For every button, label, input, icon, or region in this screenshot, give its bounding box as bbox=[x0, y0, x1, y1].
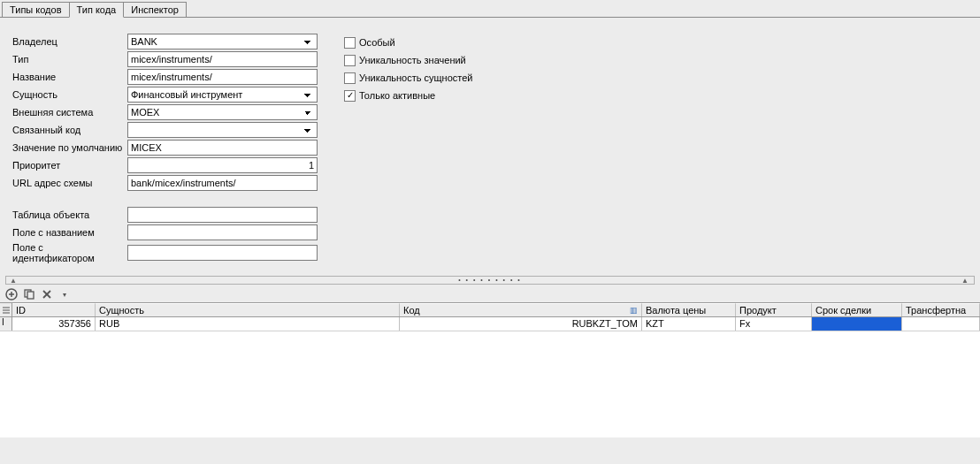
type-input[interactable] bbox=[127, 51, 318, 67]
special-checkbox-label: Особый bbox=[359, 37, 395, 48]
url-scheme-label: URL адрес схемы bbox=[12, 178, 127, 188]
chevron-up-icon: ▲ bbox=[961, 277, 970, 285]
col-header-id[interactable]: ID bbox=[12, 303, 96, 316]
grid-header: ID Сущность Код ▥ Валюта цены Продукт Ср… bbox=[0, 303, 980, 317]
grid-corner[interactable] bbox=[0, 303, 12, 316]
table-row[interactable]: 357356 RUB RUBKZT_TOM KZT Fx bbox=[0, 317, 980, 331]
svg-rect-4 bbox=[27, 292, 34, 299]
filter-icon[interactable]: ▥ bbox=[630, 306, 639, 315]
grip-icon: • • • • • • • • • bbox=[458, 277, 522, 285]
tab-code-types[interactable]: Типы кодов bbox=[2, 2, 70, 17]
special-checkbox[interactable] bbox=[344, 37, 356, 49]
tab-inspector[interactable]: Инспектор bbox=[123, 2, 187, 17]
delete-button[interactable] bbox=[41, 288, 53, 300]
owner-select[interactable]: BANK bbox=[127, 34, 318, 49]
row-indicator[interactable] bbox=[0, 317, 12, 331]
entity-select[interactable]: Финансовый инструмент bbox=[127, 87, 318, 103]
id-field-input[interactable] bbox=[127, 245, 318, 261]
cell-id[interactable]: 357356 bbox=[12, 317, 96, 331]
chevron-up-icon: ▲ bbox=[10, 277, 19, 285]
object-table-label: Таблица объекта bbox=[12, 209, 127, 220]
type-label: Тип bbox=[12, 54, 127, 65]
default-value-label: Значение по умолчанию bbox=[12, 142, 127, 153]
unique-entities-label: Уникальность сущностей bbox=[359, 72, 472, 83]
tab-bar: Типы кодов Тип кода Инспектор bbox=[0, 0, 980, 18]
cell-transfer[interactable] bbox=[902, 317, 980, 331]
splitter[interactable]: ▲ • • • • • • • • • ▲ bbox=[5, 276, 975, 285]
menu-icon bbox=[2, 306, 11, 315]
name-input[interactable] bbox=[127, 69, 318, 85]
col-header-transfer[interactable]: Трансфертна bbox=[902, 303, 980, 316]
grid-empty-area bbox=[0, 331, 980, 437]
unique-values-checkbox[interactable] bbox=[344, 55, 356, 66]
owner-label: Владелец bbox=[12, 36, 127, 47]
form-right-column: Особый Уникальность значений Уникальност… bbox=[344, 34, 472, 263]
cell-price-currency[interactable]: KZT bbox=[642, 317, 736, 331]
url-scheme-input[interactable] bbox=[127, 175, 318, 191]
col-header-product[interactable]: Продукт bbox=[736, 303, 812, 316]
name-field-input[interactable] bbox=[127, 224, 318, 240]
col-header-code[interactable]: Код ▥ bbox=[400, 303, 642, 316]
unique-entities-checkbox[interactable] bbox=[344, 72, 356, 84]
cell-product[interactable]: Fx bbox=[736, 317, 812, 331]
priority-input[interactable] bbox=[127, 157, 318, 173]
linked-code-select[interactable] bbox=[127, 122, 318, 138]
active-only-label: Только активные bbox=[359, 90, 435, 101]
col-header-deal-term[interactable]: Срок сделки bbox=[812, 303, 902, 316]
grid-toolbar: ▾ bbox=[0, 286, 980, 302]
object-table-input[interactable] bbox=[127, 207, 318, 223]
add-button[interactable] bbox=[5, 288, 18, 300]
col-header-price-currency[interactable]: Валюта цены bbox=[642, 303, 736, 316]
cell-entity[interactable]: RUB bbox=[96, 317, 400, 331]
name-field-label: Поле с названием bbox=[12, 227, 127, 238]
col-header-code-label: Код bbox=[403, 305, 420, 316]
external-system-label: Внешняя система bbox=[12, 107, 127, 118]
cell-deal-term[interactable] bbox=[812, 317, 902, 331]
col-header-entity[interactable]: Сущность bbox=[96, 303, 400, 316]
name-label: Название bbox=[12, 72, 127, 82]
external-system-select[interactable]: MOEX bbox=[127, 104, 318, 120]
form-area: Владелец BANK Тип Название Сущность Фина… bbox=[0, 18, 980, 272]
tab-code-type[interactable]: Тип кода bbox=[69, 2, 125, 18]
default-value-input[interactable] bbox=[127, 140, 318, 156]
cell-code[interactable]: RUBKZT_TOM bbox=[400, 317, 642, 331]
entity-label: Сущность bbox=[12, 89, 127, 100]
id-field-label: Поле с идентификатором bbox=[12, 242, 127, 263]
copy-button[interactable] bbox=[23, 288, 35, 300]
priority-label: Приоритет bbox=[12, 160, 127, 171]
linked-code-label: Связанный код bbox=[12, 125, 127, 135]
unique-values-label: Уникальность значений bbox=[359, 55, 466, 65]
active-only-checkbox[interactable] bbox=[344, 90, 356, 102]
form-left-column: Владелец BANK Тип Название Сущность Фина… bbox=[12, 34, 318, 263]
data-grid: ID Сущность Код ▥ Валюта цены Продукт Ср… bbox=[0, 302, 980, 437]
dropdown-icon[interactable]: ▾ bbox=[58, 288, 71, 300]
